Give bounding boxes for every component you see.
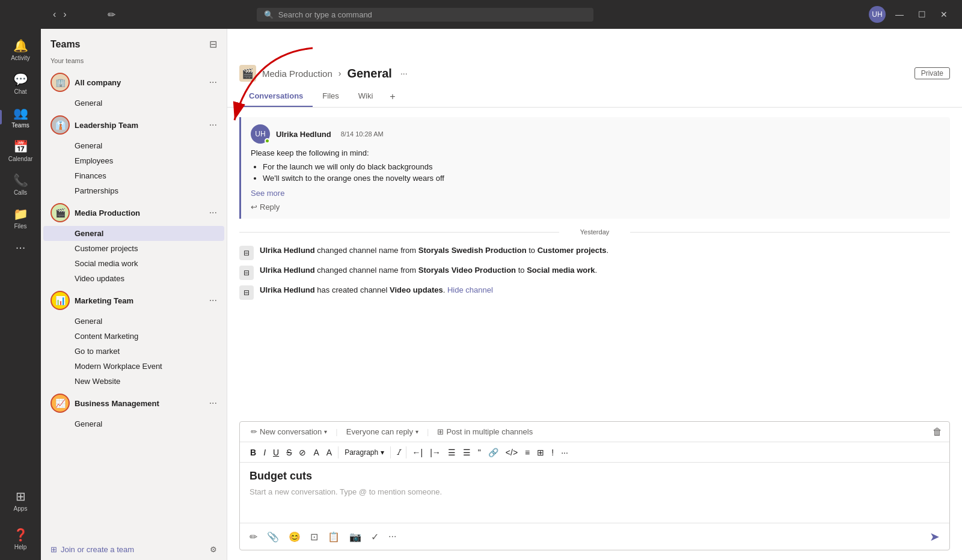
video-icon[interactable]: 📷: [347, 529, 364, 545]
main-content: 🎬 Media Production › General ··· Private…: [227, 29, 962, 560]
team-more-marketing[interactable]: ···: [207, 294, 219, 307]
sidebar-item-activity[interactable]: 🔔 Activity: [0, 34, 41, 66]
team-header-all-company[interactable]: 🏢 All company ···: [43, 69, 224, 96]
format-italic[interactable]: I: [260, 445, 269, 460]
gif-icon[interactable]: ⊡: [308, 529, 320, 545]
format-icon[interactable]: ✏: [247, 529, 260, 545]
format-strikethrough[interactable]: S: [283, 445, 295, 460]
format-link[interactable]: 🔗: [485, 445, 501, 460]
format-more[interactable]: ···: [558, 445, 571, 460]
post-multiple-action[interactable]: ⊞ Post in multiple channels: [434, 425, 536, 438]
channel-separator: ›: [339, 68, 342, 78]
format-align[interactable]: ≡: [522, 445, 533, 460]
format-underline[interactable]: U: [270, 445, 282, 460]
format-italic-2[interactable]: 𝘐: [394, 445, 403, 460]
team-more-media[interactable]: ···: [207, 206, 219, 219]
sidebar-item-files[interactable]: 📁 Files: [0, 202, 41, 234]
team-header-business[interactable]: 📈 Business Management ···: [43, 390, 224, 416]
user-avatar[interactable]: UH: [869, 6, 886, 23]
team-more-leadership[interactable]: ···: [207, 118, 219, 132]
channel-item-business-general[interactable]: General: [43, 416, 224, 431]
settings-icon[interactable]: ⚙: [210, 545, 217, 554]
team-more-all-company[interactable]: ···: [207, 76, 219, 89]
team-header-marketing[interactable]: 📊 Marketing Team ···: [43, 287, 224, 314]
format-clear[interactable]: ⊘: [296, 445, 309, 460]
sidebar-item-apps[interactable]: ⊞ Apps: [0, 484, 41, 517]
sidebar-item-more[interactable]: ···: [0, 236, 41, 259]
filter-icon[interactable]: ⊟: [209, 38, 217, 50]
join-team-button[interactable]: ⊞ Join or create a team ⚙: [41, 539, 227, 560]
send-button[interactable]: ➤: [927, 527, 942, 546]
teams-icon: 👥: [13, 106, 28, 120]
channel-item-media-customer[interactable]: Customer projects: [43, 241, 224, 256]
tab-conversations[interactable]: Conversations: [239, 87, 313, 107]
format-bullets[interactable]: ☰: [445, 445, 459, 460]
sidebar-item-chat[interactable]: 💬 Chat: [0, 67, 41, 100]
channel-item-marketing-content[interactable]: Content Marketing: [43, 329, 224, 344]
format-indent-left[interactable]: ←|: [409, 445, 426, 460]
sticker-icon[interactable]: 📋: [325, 529, 342, 545]
new-conversation-action[interactable]: ✏ New conversation ▾: [247, 425, 331, 438]
back-button[interactable]: ‹: [51, 7, 58, 22]
channel-item-leadership-general[interactable]: General: [43, 138, 224, 153]
channel-more-button[interactable]: ···: [400, 68, 408, 78]
more-options-icon[interactable]: ···: [386, 529, 399, 544]
format-highlight[interactable]: A: [323, 445, 335, 460]
tab-wiki[interactable]: Wiki: [349, 87, 383, 107]
system-msg-text-2: Ulrika Hedlund changed channel name from…: [260, 265, 597, 276]
format-bold[interactable]: B: [247, 445, 259, 460]
team-header-media[interactable]: 🎬 Media Production ···: [43, 199, 224, 226]
channel-team-name: Media Production: [262, 68, 332, 79]
channel-item-media-video[interactable]: Video updates: [43, 271, 224, 286]
channel-item-marketing-modern[interactable]: Modern Workplace Event: [43, 359, 224, 374]
format-quote[interactable]: ": [475, 445, 484, 460]
team-more-business[interactable]: ···: [207, 397, 219, 410]
search-input[interactable]: [278, 10, 586, 19]
hide-channel-link[interactable]: Hide channel: [447, 285, 493, 294]
compose-title-input[interactable]: Budget cuts: [250, 470, 940, 482]
compose-text-input[interactable]: Start a new conversation. Type @ to ment…: [250, 487, 940, 496]
format-numbered[interactable]: ☰: [460, 445, 474, 460]
channel-item-all-company-general[interactable]: General: [43, 96, 224, 111]
approve-icon[interactable]: ✓: [369, 529, 381, 545]
channel-item-leadership-employees[interactable]: Employees: [43, 153, 224, 168]
format-table[interactable]: ⊞: [534, 445, 547, 460]
format-important[interactable]: !: [548, 445, 557, 460]
tab-add-button[interactable]: +: [382, 87, 402, 107]
format-paragraph[interactable]: Paragraph ▾: [342, 446, 387, 459]
edit-icon[interactable]: ✏: [108, 9, 115, 20]
channel-item-marketing-gtm[interactable]: Go to market: [43, 344, 224, 359]
minimize-button[interactable]: —: [890, 7, 908, 22]
tab-files[interactable]: Files: [313, 87, 348, 107]
teams-sidebar: Teams ⊟ Your teams 🏢 All company ··· Gen…: [41, 29, 227, 560]
sidebar-item-calls[interactable]: 📞 Calls: [0, 168, 41, 201]
post-multiple-icon: ⊞: [437, 427, 444, 436]
post-multiple-label: Post in multiple channels: [446, 427, 533, 436]
reply-button[interactable]: ↩ Reply: [251, 202, 940, 212]
compose-format-bar: B I U S ⊘ A A Paragraph ▾ 𝘐 ←| |→ ☰ ☰: [240, 442, 949, 463]
team-header-leadership[interactable]: 👔 Leadership Team ···: [43, 112, 224, 138]
attach-icon[interactable]: 📎: [265, 529, 281, 545]
forward-button[interactable]: ›: [61, 7, 69, 22]
format-font-color[interactable]: A: [310, 445, 322, 460]
see-more-link[interactable]: See more: [251, 189, 284, 198]
channel-item-marketing-general[interactable]: General: [43, 314, 224, 329]
close-button[interactable]: ✕: [936, 7, 952, 22]
format-indent-right[interactable]: |→: [427, 445, 444, 460]
channel-item-media-general[interactable]: General: [43, 226, 224, 241]
format-code[interactable]: </>: [503, 445, 521, 460]
channel-item-leadership-partnerships[interactable]: Partnerships: [43, 183, 224, 198]
sidebar-item-help[interactable]: ❓ Help: [0, 523, 41, 555]
maximize-button[interactable]: ☐: [913, 7, 931, 22]
compose-delete-button[interactable]: 🗑: [933, 427, 942, 437]
help-icon: ❓: [13, 528, 28, 542]
message-avatar: UH: [251, 124, 270, 144]
sidebar-item-calendar[interactable]: 📅 Calendar: [0, 135, 41, 167]
emoji-icon[interactable]: 😊: [286, 529, 303, 545]
sidebar-item-teams[interactable]: 👥 Teams: [0, 101, 41, 133]
channel-item-media-social[interactable]: Social media work: [43, 256, 224, 271]
system-msg-3: ⊟ Ulrika Hedlund has created channel Vid…: [239, 285, 950, 300]
channel-item-marketing-website[interactable]: New Website: [43, 374, 224, 389]
everyone-reply-action[interactable]: Everyone can reply ▾: [343, 425, 422, 438]
channel-item-leadership-finances[interactable]: Finances: [43, 168, 224, 183]
